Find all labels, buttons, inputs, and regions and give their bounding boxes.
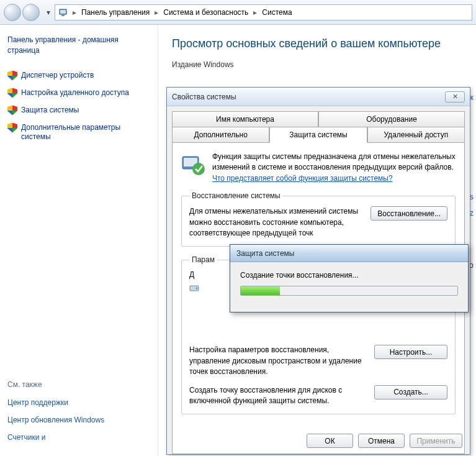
tab-system-protection[interactable]: Защита системы xyxy=(269,127,367,143)
svg-point-7 xyxy=(196,288,198,290)
what-is-protection-link[interactable]: Что представляет собой функция защиты си… xyxy=(212,174,393,183)
svg-rect-2 xyxy=(61,15,65,16)
crumb-2[interactable]: Система и безопасность xyxy=(162,8,249,17)
protection-settings-legend: Парам xyxy=(189,255,217,264)
create-description: Создать точку восстановления для дисков … xyxy=(189,385,368,407)
see-also-windows-update[interactable]: Центр обновления Windows xyxy=(7,411,150,429)
progress-bar xyxy=(240,286,458,296)
system-restore-button[interactable]: Восстановление... xyxy=(370,206,447,221)
see-also-action-center[interactable]: Центр поддержки xyxy=(7,394,150,411)
protection-icon xyxy=(181,152,206,176)
cancel-button[interactable]: Отмена xyxy=(358,434,405,448)
tab-hardware[interactable]: Оборудование xyxy=(318,111,465,127)
ok-button[interactable]: ОК xyxy=(307,434,353,448)
restore-description: Для отмены нежелательных изменений систе… xyxy=(189,206,364,239)
shield-icon xyxy=(7,71,17,81)
page-title: Просмотр основных сведений о вашем компь… xyxy=(172,37,462,50)
tab-computer-name[interactable]: Имя компьютера xyxy=(172,111,318,127)
progress-message: Создание точки восстановления... xyxy=(240,271,458,280)
svg-point-5 xyxy=(192,163,205,175)
drive-icon xyxy=(189,283,199,293)
progress-title: Защита системы xyxy=(236,249,294,258)
system-restore-legend: Восстановление системы xyxy=(189,191,283,200)
breadcrumb[interactable]: ▸ Панель управления ▸ Система и безопасн… xyxy=(55,4,472,21)
apply-button: Применить xyxy=(410,434,462,448)
sidebar-item-device-manager[interactable]: Диспетчер устройств xyxy=(7,67,150,84)
sidebar-item-remote-settings[interactable]: Настройка удаленного доступа xyxy=(7,84,150,102)
progress-titlebar[interactable]: Защита системы xyxy=(230,245,468,262)
sidebar: Панель управления - домашняя страница Ди… xyxy=(0,25,158,456)
protection-description: Функция защиты системы предназначена для… xyxy=(212,152,456,184)
shield-icon xyxy=(7,123,17,133)
windows-edition-label: Издание Windows xyxy=(172,60,462,69)
control-panel-home-link[interactable]: Панель управления - домашняя страница xyxy=(7,35,150,56)
close-button[interactable]: ✕ xyxy=(445,91,465,103)
progress-dialog: Защита системы Создание точки восстановл… xyxy=(230,244,469,312)
nav-forward-button[interactable] xyxy=(22,4,40,21)
system-icon xyxy=(59,7,69,17)
sidebar-item-system-protection[interactable]: Защита системы xyxy=(7,102,150,119)
shield-icon xyxy=(7,106,17,116)
shield-icon xyxy=(7,88,17,98)
svg-rect-1 xyxy=(60,10,66,14)
sidebar-item-advanced-settings[interactable]: Дополнительные параметры системы xyxy=(7,119,150,146)
address-bar: ▾ ▸ Панель управления ▸ Система и безопа… xyxy=(0,0,476,25)
create-restore-point-button[interactable]: Создать... xyxy=(374,385,447,399)
crumb-3[interactable]: Система xyxy=(261,8,293,17)
nav-dropdown-icon[interactable]: ▾ xyxy=(45,3,52,22)
configure-description: Настройка параметров восстановления, упр… xyxy=(189,345,368,377)
tab-advanced[interactable]: Дополнительно xyxy=(172,127,269,143)
dialog-title: Свойства системы xyxy=(172,93,236,101)
configure-button[interactable]: Настроить... xyxy=(374,345,447,359)
system-restore-group: Восстановление системы Для отмены нежела… xyxy=(181,191,456,247)
tab-remote-access[interactable]: Удаленный доступ xyxy=(367,127,465,143)
crumb-1[interactable]: Панель управления xyxy=(80,8,151,17)
dialog-titlebar[interactable]: Свойства системы ✕ xyxy=(167,88,470,106)
nav-back-button[interactable] xyxy=(4,4,21,21)
see-also-heading: См. также xyxy=(7,380,150,389)
see-also-counters[interactable]: Счетчики и xyxy=(7,429,150,446)
